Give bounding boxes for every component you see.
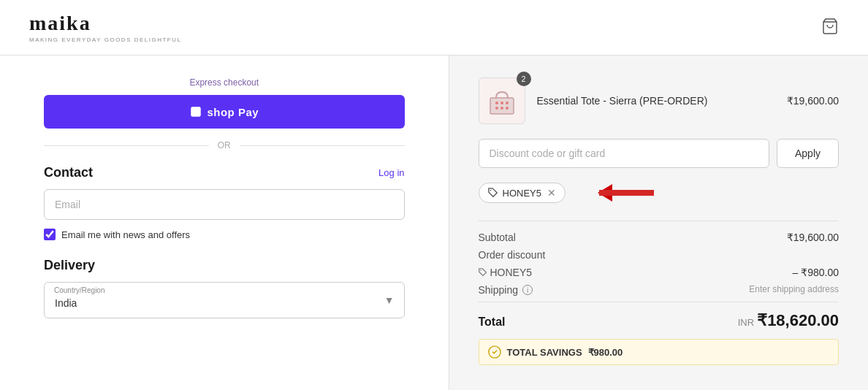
cart-icon[interactable] [821,18,839,37]
order-discount-label: Order discount [479,249,546,261]
shop-pay-label: shop Pay [207,106,259,118]
svg-point-6 [506,102,509,104]
coupon-tag: HONEY5 ✕ [479,183,566,203]
subtotal-value: ₹19,600.00 [787,232,839,243]
shipping-label: Shipping i [479,284,533,296]
shop-pay-button[interactable]: shop Pay [44,95,405,129]
email-offers-label: Email me with news and offers [61,229,190,240]
delivery-title: Delivery [44,258,405,273]
svg-point-5 [500,102,503,104]
svg-point-4 [495,102,498,104]
product-image-wrapper: 2 [479,77,525,124]
svg-point-14 [480,269,481,271]
product-image [479,77,525,124]
discount-amount: – ₹980.00 [793,267,840,278]
email-checkbox-row: Email me with news and offers [44,229,405,240]
svg-rect-1 [191,107,202,117]
savings-label: TOTAL SAVINGS [507,347,582,358]
savings-banner: TOTAL SAVINGS ₹980.00 [479,339,840,365]
site-header: maika MAKING EVERYDAY GOODS DELIGHTFUL [0,0,868,56]
order-discount-row: Order discount [479,249,840,261]
total-label: Total [479,316,506,329]
subtotal-row: Subtotal ₹19,600.00 [479,232,840,243]
main-layout: Express checkout shop Pay OR Contact Log… [0,56,868,390]
logo: maika MAKING EVERYDAY GOODS DELIGHTFUL [29,12,181,43]
discount-row: Apply [479,139,840,168]
left-panel: Express checkout shop Pay OR Contact Log… [0,56,449,390]
logo-text: maika [29,12,181,35]
discount-code-row: HONEY5 – ₹980.00 [479,267,840,278]
discount-code-input[interactable] [479,139,769,168]
express-checkout-label: Express checkout [44,77,405,88]
email-field[interactable] [44,189,405,220]
svg-point-7 [495,107,498,110]
savings-icon [488,345,501,359]
or-divider: OR [44,140,405,150]
shipping-info-icon[interactable]: i [522,285,533,295]
product-quantity-badge: 2 [517,72,531,86]
arrow-annotation [577,180,665,206]
country-label: Country/Region [54,286,104,294]
country-select-wrapper: Country/Region India ▼ [44,282,405,318]
contact-section-header: Contact Log in [44,165,405,180]
coupon-tag-row: HONEY5 ✕ [479,180,840,206]
shipping-value: Enter shipping address [749,284,839,296]
shipping-row: Shipping i Enter shipping address [479,284,840,296]
svg-rect-13 [599,190,654,196]
svg-point-8 [500,107,503,110]
email-offers-checkbox[interactable] [44,229,56,240]
subtotal-label: Subtotal [479,232,516,243]
product-name: Essential Tote - Sierra (PRE-ORDER) [537,95,775,107]
arrow-svg [577,180,665,206]
svg-point-9 [506,107,509,110]
logo-tagline: MAKING EVERYDAY GOODS DELIGHTFUL [29,37,181,43]
or-text: OR [218,140,231,150]
price-section: Subtotal ₹19,600.00 Order discount HONEY… [479,221,840,296]
total-currency: INR [738,317,754,328]
product-row: 2 Essential Tote - Sierra (PRE-ORDER) ₹1… [479,77,840,124]
right-panel: 2 Essential Tote - Sierra (PRE-ORDER) ₹1… [449,56,869,390]
total-row: Total INR₹18,620.00 [479,302,840,330]
apply-button[interactable]: Apply [777,139,839,168]
coupon-remove-button[interactable]: ✕ [547,187,556,199]
discount-tag-icon [479,268,487,277]
contact-title: Contact [44,165,93,180]
product-price: ₹19,600.00 [787,95,839,107]
total-value: INR₹18,620.00 [738,311,839,330]
login-link[interactable]: Log in [378,167,404,178]
savings-value: ₹980.00 [588,347,623,358]
svg-point-10 [490,190,491,191]
tag-icon [488,188,498,198]
svg-rect-3 [490,98,514,114]
coupon-code-text: HONEY5 [503,188,541,199]
discount-code-label: HONEY5 [490,267,533,278]
